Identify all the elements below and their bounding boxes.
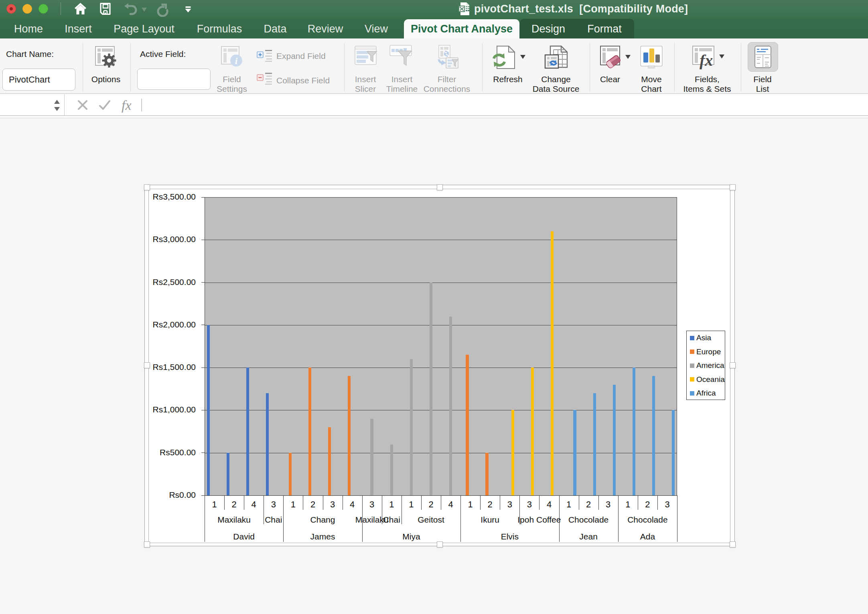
svg-text:i: i — [235, 56, 238, 66]
svg-text:fx: fx — [700, 51, 713, 69]
